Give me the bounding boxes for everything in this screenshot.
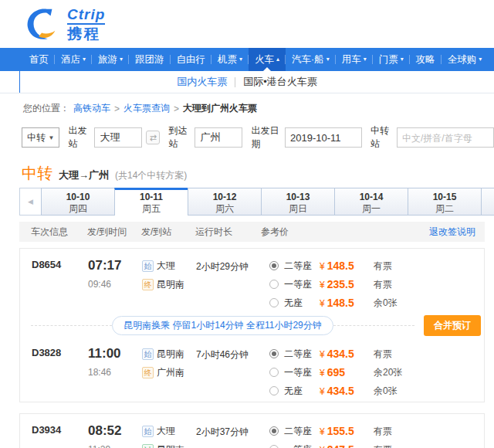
station-badge-start: 始	[142, 348, 154, 360]
caret-up-icon: ▴	[276, 56, 279, 63]
caret-down-icon: ▾	[364, 56, 367, 63]
ticket-status: 有票	[374, 425, 392, 438]
ticket-status: 余0张	[374, 385, 398, 398]
seat-price: ¥155.5	[320, 424, 374, 438]
date-tab-10-12[interactable]: 10-12周六	[188, 188, 261, 216]
nav-item-酒店[interactable]: 酒店▾	[55, 48, 92, 71]
nav-item-label: 用车	[342, 54, 361, 65]
seat-radio[interactable]	[269, 368, 279, 377]
seat-option-row: 二等座¥155.5有票	[269, 422, 484, 440]
seat-price: ¥434.5	[320, 384, 374, 398]
ticket-status: 有票	[374, 260, 392, 273]
book-combined-button[interactable]: 合并预订	[424, 315, 481, 336]
train-leg-row: D382811:0018:46始昆明南终广州南7小时46分钟二等座¥434.5有…	[20, 337, 484, 402]
date-tab-10-13[interactable]: 10-13周日	[261, 188, 334, 216]
leg-stations: 始大理终昆明南	[142, 256, 196, 312]
ctrip-logo[interactable]: Ctrip 携程	[23, 6, 105, 42]
transfer-station-label: 中转站	[370, 124, 393, 151]
seat-class-label: 一等座	[284, 278, 320, 291]
nav-item-首页[interactable]: 首页	[23, 48, 55, 71]
seat-options: 二等座¥434.5有票一等座¥695余20张无座¥434.5余0张	[262, 344, 484, 400]
depart-station-input[interactable]	[94, 127, 142, 148]
seat-radio[interactable]	[269, 445, 279, 448]
tab-date-label: 10-13	[262, 191, 334, 203]
date-tab-10-10[interactable]: 10-10周四	[41, 188, 114, 216]
price-value: 148.5	[327, 260, 354, 272]
seat-class-label: 无座	[284, 385, 320, 398]
section-route: 大理→广州	[59, 168, 109, 182]
subnav-domestic-train-link[interactable]: 国内火车票	[177, 75, 227, 89]
caret-down-icon: ▾	[239, 56, 242, 63]
seat-option-row: 无座¥434.5余0张	[269, 382, 484, 400]
seat-radio[interactable]	[269, 280, 279, 289]
section-count-note: (共14个中转方案)	[115, 169, 187, 182]
nav-item-自由行[interactable]: 自由行	[171, 48, 212, 71]
station-name: 昆明南	[157, 443, 184, 448]
tab-date-label: 10-15	[408, 191, 481, 203]
nav-item-跟团游[interactable]: 跟团游	[129, 48, 171, 71]
nav-item-label: 跟团游	[135, 54, 164, 65]
nav-item-旅游[interactable]: 旅游▾	[92, 48, 129, 71]
search-type-select[interactable]: 中转 ▼	[22, 127, 59, 148]
subnav-international-train-link[interactable]: 国际•港台火车票	[243, 75, 317, 89]
prev-dates-button[interactable]: ◀	[19, 188, 41, 216]
logo-brand-zh: 携程	[67, 26, 105, 42]
station-name: 昆明南	[157, 278, 184, 291]
refund-policy-link[interactable]: 退改签说明	[429, 226, 475, 239]
depart-time: 11:00	[88, 344, 142, 363]
nav-item-攻略[interactable]: 攻略	[410, 48, 442, 71]
date-tab-10-15[interactable]: 10-15周二	[408, 188, 481, 216]
nav-item-全球购[interactable]: 全球购▾	[442, 48, 489, 71]
transfer-plan-card: D393408:5211:29始大理过昆明南2小时37分钟二等座¥155.5有票…	[19, 413, 485, 448]
station-name: 广州南	[157, 366, 184, 379]
nav-item-火车[interactable]: 火车▴	[249, 48, 286, 71]
seat-radio[interactable]	[269, 261, 279, 270]
nav-item-用车[interactable]: 用车▾	[336, 48, 373, 71]
seat-radio[interactable]	[269, 298, 279, 307]
section-heading: 中转 大理→广州 (共14个中转方案)	[0, 158, 494, 188]
to-station: 过昆明南	[142, 440, 196, 448]
swap-stations-icon[interactable]: ⇄	[146, 131, 160, 144]
station-badge-start: 始	[142, 260, 154, 272]
breadcrumb-link-highspeed[interactable]: 高铁动车	[73, 102, 110, 115]
subnav-divider	[235, 77, 235, 87]
seat-class-label: 一等座	[284, 443, 320, 448]
depart-station-label: 出发站	[68, 124, 90, 151]
breadcrumb-current: 大理到广州火车票	[183, 102, 257, 115]
date-tab-10-11[interactable]: 10-11周五	[114, 188, 188, 216]
breadcrumb-separator: >	[114, 104, 120, 114]
breadcrumb-link-ticket-query[interactable]: 火车票查询	[124, 102, 170, 115]
seat-radio[interactable]	[269, 386, 279, 395]
seat-option-row: 二等座¥434.5有票	[269, 344, 484, 363]
station-badge-end: 终	[142, 279, 154, 290]
search-type-value: 中转	[27, 131, 46, 144]
seat-price: ¥148.5	[320, 296, 374, 310]
tab-weekday-label: 周六	[188, 203, 261, 214]
nav-item-门票[interactable]: 门票▾	[373, 48, 410, 71]
seat-radio[interactable]	[269, 349, 279, 358]
nav-item-机票[interactable]: 机票▾	[211, 48, 249, 71]
tab-weekday-label: 周五	[115, 203, 188, 214]
caret-down-icon: ▾	[327, 56, 330, 63]
arrive-station-input[interactable]	[195, 127, 242, 148]
seat-radio[interactable]	[269, 426, 279, 436]
date-tab-10-14[interactable]: 10-14周一	[334, 188, 408, 216]
nav-item-label: 全球购	[448, 54, 477, 65]
chevron-down-icon: ▼	[49, 134, 55, 141]
column-header: 运行时长	[195, 226, 261, 239]
price-value: 148.5	[327, 297, 354, 309]
tab-weekday-label: 周日	[262, 203, 334, 214]
depart-date-input[interactable]	[285, 127, 362, 148]
seat-class-label: 二等座	[284, 260, 320, 273]
arrive-time: 11:29	[88, 440, 142, 448]
price-value: 155.5	[327, 425, 354, 437]
column-header: 参考价	[261, 226, 289, 239]
transfer-station-input[interactable]	[397, 127, 494, 148]
section-title: 中转	[22, 163, 52, 184]
caret-down-icon: ▾	[479, 56, 482, 63]
from-station: 始昆明南	[142, 344, 196, 363]
price-value: 434.5	[327, 348, 354, 360]
currency-symbol: ¥	[320, 280, 325, 290]
nav-item-汽车·船[interactable]: 汽车·船▾	[286, 48, 336, 71]
transfer-plan-list: D865407:1709:46始大理终昆明南2小时29分钟二等座¥148.5有票…	[0, 248, 494, 448]
